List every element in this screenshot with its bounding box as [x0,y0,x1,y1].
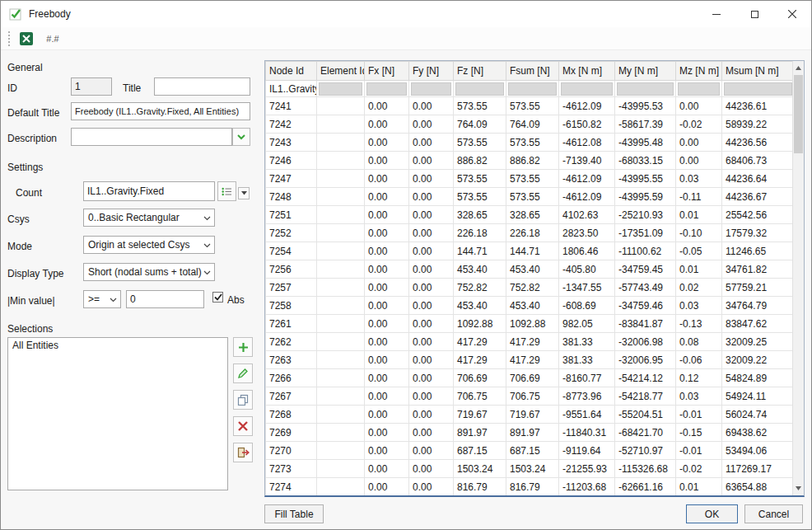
table-cell[interactable]: 0.00 [409,170,454,188]
table-cell[interactable]: -68421.70 [615,424,676,442]
exit-door-button[interactable] [233,443,253,462]
table-cell[interactable]: 0.00 [676,97,722,115]
table-cell[interactable] [317,134,365,152]
table-cell[interactable]: -34759.46 [615,297,676,315]
table-cell[interactable]: 687.15 [506,442,559,460]
table-cell[interactable]: 417.29 [506,351,559,369]
table-cell[interactable]: 7241 [266,97,317,115]
table-cell[interactable]: -115326.68 [615,460,676,478]
table-cell[interactable] [317,406,365,424]
table-cell[interactable]: 0.00 [409,333,454,351]
table-cell[interactable] [317,188,365,206]
csys-select[interactable]: 0..Basic Rectangular [83,209,215,227]
abs-checkbox[interactable] [212,292,223,303]
table-row[interactable]: 72480.000.00573.55573.55-4612.09-43995.5… [266,188,794,206]
copy-selection-button[interactable] [233,390,253,410]
column-header[interactable]: Fx [N] [365,62,409,81]
column-header[interactable]: Mz [N m] [676,62,722,81]
table-row[interactable]: 72670.000.00706.75706.75-8773.96-54218.7… [266,387,794,406]
table-cell[interactable] [317,170,365,188]
table-cell[interactable]: 57759.21 [722,279,794,297]
table-cell[interactable]: 1092.88 [454,315,506,333]
table-cell[interactable]: -608.69 [559,297,615,315]
count-dropdown-button[interactable] [238,187,250,199]
table-cell[interactable]: 0.00 [676,152,722,170]
table-cell[interactable]: -9551.64 [559,406,615,424]
table-cell[interactable]: 0.00 [409,442,454,460]
table-cell[interactable] [317,333,365,351]
table-cell[interactable]: 7269 [266,424,317,442]
table-cell[interactable]: 417.29 [454,351,506,369]
table-row[interactable]: 72660.000.00706.69706.69-8160.77-54214.1… [266,369,794,387]
table-cell[interactable]: 816.79 [506,478,559,496]
table-cell[interactable]: 764.09 [506,115,559,134]
table-cell[interactable]: 573.55 [506,188,559,206]
table-cell[interactable]: 32009.25 [722,333,794,351]
delete-selection-button[interactable] [233,416,253,436]
table-cell[interactable]: 0.00 [365,134,409,152]
table-cell[interactable]: 7273 [266,460,317,478]
scroll-down-button[interactable] [793,482,804,495]
table-cell[interactable]: 7263 [266,351,317,369]
column-header[interactable]: My [N m] [615,62,676,81]
table-cell[interactable]: 44236.61 [722,97,794,115]
table-cell[interactable]: -1347.55 [559,279,615,297]
table-cell[interactable]: 7274 [266,478,317,496]
table-cell[interactable]: -6150.82 [559,115,615,134]
table-row[interactable]: 72690.000.00891.97891.97-11840.31-68421.… [266,424,794,442]
edit-selection-button[interactable] [233,363,253,383]
table-cell[interactable]: 7266 [266,369,317,387]
table-cell[interactable]: 0.00 [365,170,409,188]
table-cell[interactable]: 0.00 [409,315,454,333]
table-cell[interactable] [317,297,365,315]
table-cell[interactable]: 0.00 [365,351,409,369]
table-cell[interactable]: 68406.73 [722,152,794,170]
maximize-button[interactable] [735,1,773,27]
table-row[interactable]: 72730.000.001503.241503.24-21255.93-1153… [266,460,794,478]
table-row[interactable]: 72420.000.00764.09764.09-6150.82-58617.3… [266,115,794,134]
table-cell[interactable]: 7262 [266,333,317,351]
table-cell[interactable]: 706.69 [454,369,506,387]
table-cell[interactable]: -54218.77 [615,387,676,406]
table-cell[interactable]: 7247 [266,170,317,188]
table-row[interactable]: 72630.000.00417.29417.29381.33-32006.95-… [266,351,794,369]
table-cell[interactable]: -34759.45 [615,260,676,279]
table-cell[interactable]: -55204.51 [615,406,676,424]
column-header[interactable]: Msum [N m] [722,62,794,81]
table-cell[interactable]: 0.12 [676,369,722,387]
table-cell[interactable]: 886.82 [506,152,559,170]
table-cell[interactable]: 0.00 [409,224,454,242]
table-cell[interactable]: 2823.50 [559,224,615,242]
table-cell[interactable]: -4612.09 [559,188,615,206]
selection-item[interactable]: All Entities [8,338,227,354]
table-cell[interactable]: 44236.64 [722,170,794,188]
id-input[interactable] [71,77,112,96]
table-cell[interactable]: -21255.93 [559,460,615,478]
titlebar[interactable]: Freebody [1,1,811,27]
table-cell[interactable]: 7267 [266,387,317,406]
table-cell[interactable]: 0.00 [365,97,409,115]
table-cell[interactable]: -57743.49 [615,279,676,297]
table-cell[interactable]: 573.55 [454,170,506,188]
default-title-input[interactable] [71,102,250,120]
table-cell[interactable]: 719.67 [506,406,559,424]
table-cell[interactable]: 417.29 [506,333,559,351]
table-cell[interactable]: -0.06 [676,351,722,369]
table-cell[interactable]: 886.82 [454,152,506,170]
table-cell[interactable]: -0.15 [676,424,722,442]
table-cell[interactable]: -58617.39 [615,115,676,134]
table-cell[interactable]: 7254 [266,242,317,260]
table-cell[interactable]: 83847.62 [722,315,794,333]
table-cell[interactable]: 719.67 [454,406,506,424]
table-cell[interactable]: 7270 [266,442,317,460]
table-cell[interactable]: 32009.22 [722,351,794,369]
export-excel-button[interactable] [16,29,36,49]
table-cell[interactable]: -8773.96 [559,387,615,406]
table-cell[interactable]: 54924.11 [722,387,794,406]
selections-list[interactable]: All Entities [7,337,228,490]
table-cell[interactable]: 7242 [266,115,317,134]
table-cell[interactable]: -4612.09 [559,97,615,115]
table-cell[interactable]: 144.71 [454,242,506,260]
table-cell[interactable]: 7252 [266,224,317,242]
table-cell[interactable]: -0.02 [676,115,722,134]
